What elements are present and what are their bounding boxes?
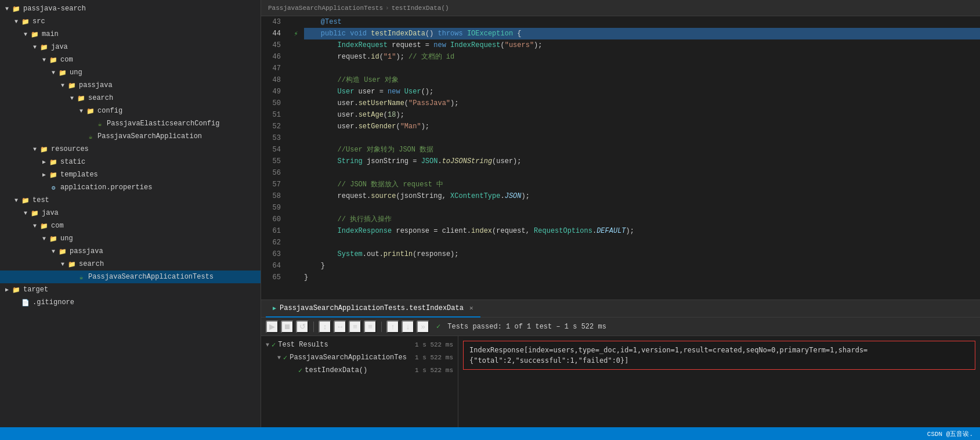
test-class-item[interactable]: ▼ ✓ PassjavaSearchApplicationTes 1 s 522… [261,351,458,364]
tree-item-target[interactable]: ▶ 📁 target [0,283,261,296]
breadcrumb-method: testIndexData() [392,5,449,12]
arrow-icon: ▼ [39,234,49,243]
test-method-item[interactable]: ✓ testIndexData() 1 s 522 ms [261,364,458,377]
tree-label: passjava [70,247,103,255]
tree-item-static[interactable]: ▶ 📁 static [0,156,261,168]
tree-item-passjava-search[interactable]: ▼ 📁 passjava-search [0,2,261,15]
tree-label: passjava [79,81,113,89]
test-results-time: 1 s 522 ms [415,341,458,348]
tree-label: ung [60,235,73,243]
test-class-label: PassjavaSearchApplicationTes [290,354,407,362]
pass-icon: ✓ [436,322,440,331]
scroll-up-button[interactable]: ↑ [386,320,399,333]
folder-icon: 📁 [30,30,39,39]
folder-icon: 📁 [39,221,49,230]
file-tree[interactable]: ▼ 📁 passjava-search ▼ 📁 src ▼ 📁 main ▼ 📁… [0,0,261,427]
tree-item-passjava[interactable]: ▼ 📁 passjava [0,79,261,92]
rerun-button[interactable]: ▶ [266,320,279,333]
tree-item-application-properties[interactable]: ⚙ application.properties [0,181,261,194]
tree-label: src [32,17,45,26]
tree-item-test[interactable]: ▼ 📁 test [0,194,261,207]
arrow-icon: ▼ [49,68,58,77]
run-panel: ▶ PassjavaSearchApplicationTests.testInd… [261,300,980,427]
tree-label: PassjavaSearchApplication [97,132,202,140]
tree-item-java[interactable]: ▼ 📁 java [0,41,261,53]
tree-item-gitignore[interactable]: 📄 .gitignore [0,296,261,309]
tree-item-templates[interactable]: ▶ 📁 templates [0,168,261,181]
arrow-icon: ▼ [30,42,39,52]
pass-check-icon: ✓ [298,366,302,375]
toolbar-separator [313,322,314,332]
close-icon[interactable]: ✕ [469,304,473,312]
folder-icon: 📁 [21,196,30,205]
arrow-icon: ▼ [12,196,21,205]
tree-item-PassjavaElasticsearchConfig[interactable]: ☕ PassjavaElasticsearchConfig [0,117,261,130]
tree-item-ung-test[interactable]: ▼ 📁 ung [0,232,261,245]
code-line-62 [304,237,980,248]
test-output: IndexResponse[index=users,type=_doc,id=1… [458,336,980,427]
java-spring-icon: ☕ [86,132,95,141]
folder-icon: 📁 [77,93,86,103]
tree-item-PassjavaSearchApplication[interactable]: ☕ PassjavaSearchApplication [0,130,261,143]
run-tab-active[interactable]: ▶ PassjavaSearchApplicationTests.testInd… [266,300,480,318]
arrow-icon: ▶ [39,157,49,167]
tree-item-ung[interactable]: ▼ 📁 ung [0,66,261,79]
more-button[interactable]: » [417,320,429,333]
filter-button-2[interactable]: ≡ [364,320,377,333]
arrow-icon: ▼ [2,4,12,13]
filter-button-1[interactable]: ≡ [349,320,361,333]
arrow-icon [77,132,86,141]
breadcrumb: PassjavaSearchApplicationTests › testInd… [261,0,980,16]
folder-icon: 📁 [12,4,21,13]
scroll-down-button[interactable]: ↓ [402,320,414,333]
folder-icon: 📁 [49,157,58,167]
test-tree: ▼ ✓ Test Results 1 s 522 ms ▼ ✓ Passjava… [261,336,458,427]
arrow-icon [67,272,77,282]
sort-button-1[interactable]: ↕ [319,320,331,333]
run-toolbar: ▶ ⏹ ↺ ↕ ↔ ≡ ≡ ↑ ↓ » ✓ Tests passed: 1 of… [261,318,980,336]
file-icon: 📄 [21,298,30,307]
tree-item-resources[interactable]: ▼ 📁 resources [0,143,261,156]
tree-label: config [97,107,122,115]
folder-icon: 📁 [58,68,67,77]
code-editor[interactable]: @Test public void testIndexData() throws… [302,16,980,300]
tree-item-search-test[interactable]: ▼ 📁 search [0,258,261,271]
sort-button-2[interactable]: ↔ [334,320,346,333]
tree-item-main[interactable]: ▼ 📁 main [0,28,261,41]
tree-item-PassjavaSearchApplicationTests[interactable]: ☕ PassjavaSearchApplicationTests [0,271,261,283]
arrow-icon: ▶ [2,285,12,294]
tree-item-com-test[interactable]: ▼ 📁 com [0,219,261,232]
folder-icon: 📁 [49,55,58,64]
tree-item-src[interactable]: ▼ 📁 src [0,15,261,28]
arrow-icon: ▼ [30,145,39,154]
test-output-text: IndexResponse[index=users,type=_doc,id=1… [463,341,975,370]
tree-item-config[interactable]: ▼ 📁 config [0,104,261,117]
arrow-icon [39,183,49,192]
arrow-icon: ▼ [67,93,77,103]
tree-label: java [51,43,68,51]
test-results-item[interactable]: ▼ ✓ Test Results 1 s 522 ms [261,338,458,351]
code-line-53 [304,132,980,144]
pass-check-icon: ✓ [283,354,287,362]
stop-button[interactable]: ⏹ [281,320,294,333]
tree-item-java-test[interactable]: ▼ 📁 java [0,207,261,219]
pass-check-icon: ✓ [272,341,276,349]
code-line-54: //User 对象转为 JSON 数据 [304,144,980,156]
code-line-59 [304,202,980,214]
editor-area: PassjavaSearchApplicationTests › testInd… [261,0,980,427]
tree-item-com[interactable]: ▼ 📁 com [0,53,261,66]
arrow-icon: ▼ [49,247,58,256]
tree-item-passjava-test[interactable]: ▼ 📁 passjava [0,245,261,258]
folder-icon: 📁 [49,170,58,179]
arrow-icon: ▼ [39,55,49,64]
code-line-49: User user = new User(); [304,86,980,98]
tree-label: search [79,260,104,268]
tree-label: PassjavaSearchApplicationTests [88,273,214,281]
run-tab-label: PassjavaSearchApplicationTests.testIndex… [280,304,464,312]
toggle-button[interactable]: ↺ [296,320,309,333]
folder-icon: 📁 [49,234,58,243]
tree-label: com [60,56,73,64]
code-line-57: // JSON 数据放入 request 中 [304,179,980,190]
tree-item-search[interactable]: ▼ 📁 search [0,92,261,104]
property-file-icon: ⚙ [49,183,58,192]
